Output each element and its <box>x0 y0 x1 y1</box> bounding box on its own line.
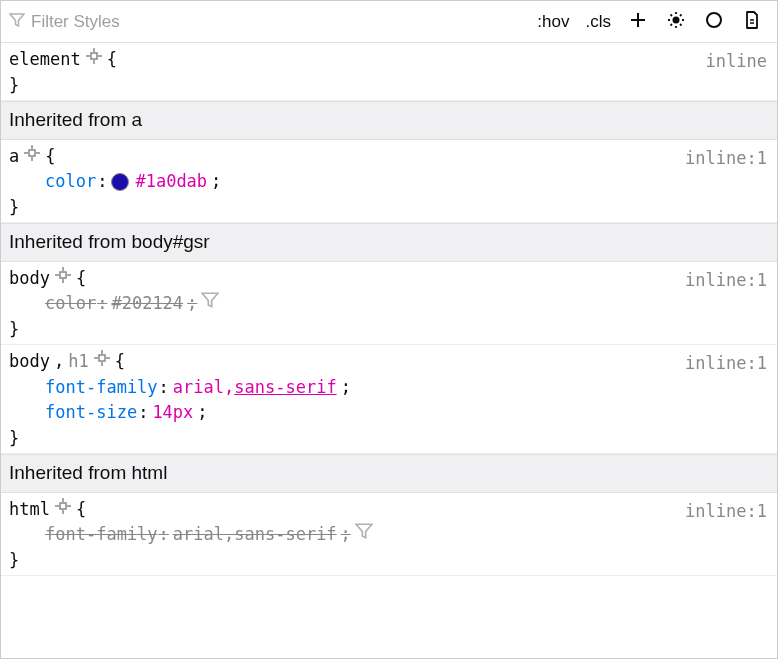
open-brace: { <box>115 349 125 375</box>
open-brace: { <box>76 497 86 523</box>
selector[interactable]: h1 <box>68 349 88 375</box>
add-rule-button[interactable] <box>621 5 655 39</box>
svg-line-6 <box>680 24 682 26</box>
selector[interactable]: , <box>54 349 64 375</box>
property-name[interactable]: color <box>45 291 96 317</box>
page-icon <box>743 11 761 32</box>
highlight-nodes-icon[interactable] <box>54 497 72 523</box>
property-name[interactable]: font-family <box>45 375 158 401</box>
declarations: color: #1a0dab; <box>9 169 769 195</box>
declaration[interactable]: color: #1a0dab; <box>45 169 769 195</box>
rule-header: html { <box>9 497 769 523</box>
close-brace: } <box>9 73 769 99</box>
sun-icon <box>667 11 685 32</box>
highlight-nodes-icon[interactable] <box>85 47 103 73</box>
funnel-icon[interactable] <box>201 291 219 317</box>
rule-source-link[interactable]: inline:1 <box>685 351 767 377</box>
svg-point-0 <box>673 17 680 24</box>
rule-header: body { <box>9 266 769 292</box>
property-value[interactable]: 14px <box>152 400 193 426</box>
rule-source-link[interactable]: inline:1 <box>685 268 767 294</box>
rule-source-link[interactable]: inline:1 <box>685 499 767 525</box>
declarations: font-family: arial,sans-serif;font-size:… <box>9 375 769 426</box>
pseudo-class-toggle[interactable]: :hov <box>531 5 575 39</box>
inherited-header: Inherited from html <box>1 454 777 493</box>
declarations: font-family: arial,sans-serif; <box>9 522 769 548</box>
rule-source-link[interactable]: inline:1 <box>685 146 767 172</box>
svg-rect-25 <box>99 355 105 361</box>
declaration[interactable]: font-size: 14px; <box>45 400 769 426</box>
declarations: color: #202124; <box>9 291 769 317</box>
svg-line-5 <box>671 15 673 17</box>
property-name[interactable]: color <box>45 169 96 195</box>
property-value[interactable]: #1a0dab <box>135 169 207 195</box>
svg-rect-15 <box>29 150 35 156</box>
selector[interactable]: body <box>9 349 50 375</box>
inherited-header: Inherited from a <box>1 101 777 140</box>
class-toggle[interactable]: .cls <box>580 5 618 39</box>
open-brace: { <box>45 144 55 170</box>
funnel-icon <box>9 12 25 31</box>
property-value[interactable]: arial,sans-serif <box>173 522 337 548</box>
color-swatch[interactable] <box>111 173 129 191</box>
property-value[interactable]: arial,sans-serif <box>173 375 337 401</box>
css-rule: inlineelement {} <box>1 43 777 101</box>
filter-wrap <box>9 12 527 32</box>
highlight-nodes-icon[interactable] <box>93 349 111 375</box>
declaration[interactable]: font-family: arial,sans-serif; <box>45 375 769 401</box>
rule-header: a { <box>9 144 769 170</box>
svg-rect-20 <box>60 272 66 278</box>
property-name[interactable]: font-size <box>45 400 137 426</box>
svg-line-7 <box>671 24 673 26</box>
css-rule: inline:1html {font-family: arial,sans-se… <box>1 493 777 577</box>
funnel-icon[interactable] <box>355 522 373 548</box>
inherited-header: Inherited from body#gsr <box>1 223 777 262</box>
svg-rect-10 <box>91 53 97 59</box>
declaration[interactable]: font-family: arial,sans-serif; <box>45 522 769 548</box>
property-value[interactable]: #202124 <box>111 291 183 317</box>
close-brace: } <box>9 317 769 343</box>
property-name[interactable]: font-family <box>45 522 158 548</box>
dark-scheme-button[interactable] <box>697 5 731 39</box>
rule-header: element { <box>9 47 769 73</box>
print-media-button[interactable] <box>735 5 769 39</box>
svg-rect-30 <box>60 503 66 509</box>
selector[interactable]: element <box>9 47 81 73</box>
highlight-nodes-icon[interactable] <box>54 266 72 292</box>
light-scheme-button[interactable] <box>659 5 693 39</box>
close-brace: } <box>9 548 769 574</box>
open-brace: { <box>76 266 86 292</box>
close-brace: } <box>9 195 769 221</box>
svg-point-9 <box>707 13 721 27</box>
rules-pane: inlineelement {}Inherited from ainline:1… <box>1 43 777 658</box>
rule-header: body, h1 { <box>9 349 769 375</box>
css-rule: inline:1body, h1 {font-family: arial,san… <box>1 345 777 454</box>
selector[interactable]: body <box>9 266 50 292</box>
open-brace: { <box>107 47 117 73</box>
css-rule: inline:1body {color: #202124; } <box>1 262 777 346</box>
highlight-nodes-icon[interactable] <box>23 144 41 170</box>
css-rule: inline:1a {color: #1a0dab;} <box>1 140 777 224</box>
selector[interactable]: html <box>9 497 50 523</box>
filter-styles-input[interactable] <box>31 12 527 32</box>
moon-icon <box>705 11 723 32</box>
rule-source-link[interactable]: inline <box>706 49 767 75</box>
selector[interactable]: a <box>9 144 19 170</box>
plus-icon <box>629 11 647 32</box>
styles-toolbar: :hov .cls <box>1 1 777 43</box>
svg-line-8 <box>680 15 682 17</box>
declaration[interactable]: color: #202124; <box>45 291 769 317</box>
close-brace: } <box>9 426 769 452</box>
